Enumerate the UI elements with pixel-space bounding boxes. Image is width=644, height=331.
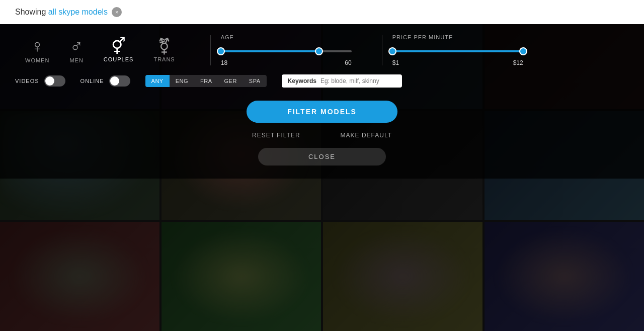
men-icon: ♂ [70, 37, 84, 55]
women-label: WOMEN [25, 57, 49, 63]
filter-actions: FILTER MODELS RESET FILTER MAKE DEFAULT … [15, 96, 629, 174]
age-min-value: 18 [221, 59, 227, 66]
lang-eng[interactable]: ENG [170, 75, 194, 87]
online-toggle-group: ONLINE [80, 75, 130, 87]
lang-spa[interactable]: SPA [243, 75, 267, 87]
age-slider-container[interactable] [221, 46, 352, 56]
keywords-input[interactable] [320, 77, 396, 85]
price-filter-section: PRICE PER MINUTE $1 $12 [392, 34, 523, 66]
price-label: PRICE PER MINUTE [392, 34, 523, 40]
language-group: ANY ENG FRA GER SPA [145, 75, 267, 87]
lang-fra[interactable]: FRA [194, 75, 218, 87]
all-skype-models-link[interactable]: all skype models [48, 8, 108, 17]
women-icon: ♀ [31, 37, 44, 55]
clear-filter-icon[interactable]: × [112, 7, 122, 17]
top-bar: Showing all skype models × [0, 0, 644, 24]
gender-men[interactable]: ♂ MEN [59, 37, 93, 63]
filter-models-button[interactable]: FILTER MODELS [247, 101, 397, 123]
videos-toggle-knob [45, 76, 54, 86]
divider-1 [210, 35, 211, 65]
trans-icon: ⚧ [157, 38, 171, 54]
price-slider-max-thumb[interactable] [519, 47, 527, 55]
online-toggle[interactable] [109, 75, 130, 87]
make-default-button[interactable]: MAKE DEFAULT [320, 128, 412, 143]
online-toggle-knob [110, 76, 119, 86]
price-slider-container[interactable] [392, 46, 523, 56]
online-label: ONLINE [80, 78, 104, 84]
main-content: Showing all skype models × ♀ WOMEN ♂ MEN… [0, 0, 644, 331]
price-min-value: $1 [392, 59, 399, 66]
gender-trans[interactable]: ⚧ TRANS [143, 38, 185, 62]
reset-filter-button[interactable]: RESET FILTER [232, 128, 320, 143]
keywords-label: Keywords [288, 77, 316, 85]
gender-women[interactable]: ♀ WOMEN [15, 37, 59, 63]
close-button[interactable]: CLOSE [258, 148, 386, 166]
filter-row-1: ♀ WOMEN ♂ MEN ⚥ COUPLES ⚧ TRANS [15, 34, 629, 66]
couples-label: COUPLES [104, 56, 134, 62]
men-label: MEN [69, 57, 83, 63]
filter-row-2: VIDEOS ONLINE ANY ENG FRA GER SPA Keywor… [15, 74, 629, 88]
trans-label: TRANS [153, 56, 175, 62]
divider-2 [382, 35, 382, 65]
lang-ger[interactable]: GER [218, 75, 243, 87]
lang-any[interactable]: ANY [145, 75, 170, 87]
gender-options: ♀ WOMEN ♂ MEN ⚥ COUPLES ⚧ TRANS [15, 37, 185, 63]
age-slider-fill [221, 50, 319, 52]
age-slider-values: 18 60 [221, 59, 352, 66]
price-slider-min-thumb[interactable] [388, 47, 396, 55]
showing-label: Showing [15, 8, 46, 17]
videos-label: VIDEOS [15, 78, 39, 84]
price-slider-values: $1 $12 [392, 59, 523, 66]
age-slider-max-thumb[interactable] [315, 47, 323, 55]
keywords-wrapper: Keywords [282, 74, 402, 88]
secondary-buttons-row: RESET FILTER MAKE DEFAULT [232, 128, 412, 143]
gender-couples[interactable]: ⚥ COUPLES [94, 38, 144, 62]
price-slider-fill [392, 50, 523, 52]
age-label: AGE [221, 34, 352, 40]
couples-icon: ⚥ [111, 38, 126, 54]
age-slider-min-thumb[interactable] [217, 47, 225, 55]
price-max-value: $12 [513, 59, 523, 66]
videos-toggle[interactable] [44, 75, 65, 87]
age-filter-section: AGE 18 60 [221, 34, 352, 66]
videos-toggle-group: VIDEOS [15, 75, 65, 87]
filter-panel: ♀ WOMEN ♂ MEN ⚥ COUPLES ⚧ TRANS [0, 24, 644, 179]
age-max-value: 60 [345, 59, 351, 66]
